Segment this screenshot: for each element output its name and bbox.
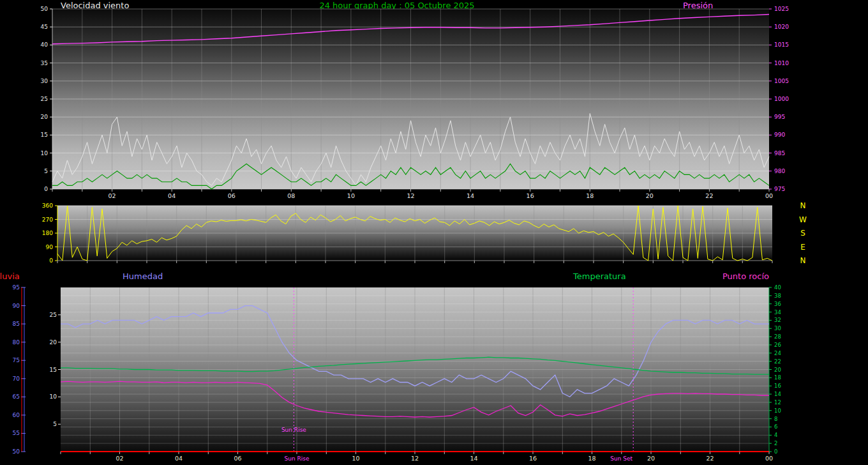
temperature-axis-label: 26 <box>774 342 781 348</box>
temperature-axis-label: 32 <box>774 317 781 323</box>
inner-axis-label: 5 <box>53 421 57 427</box>
wind-axis-label: 30 <box>41 78 49 84</box>
pressure-axis-label: 1005 <box>774 78 789 84</box>
inner-axis-label: 15 <box>50 367 57 373</box>
humidity-axis-label: 55 <box>13 430 20 436</box>
humidity-axis-label: 85 <box>13 321 20 327</box>
humidity-axis-label: 95 <box>13 284 20 291</box>
pressure-axis-label: 1015 <box>774 42 789 48</box>
x-axis-label: 04 <box>168 192 176 199</box>
pressure-axis-label: 1010 <box>774 60 789 66</box>
x-axis-label: 02 <box>116 455 123 462</box>
x-axis-label: 08 <box>287 192 295 199</box>
wind-axis-label: 25 <box>41 96 48 102</box>
direction-axis-label: 0 <box>49 257 53 264</box>
wind-axis-label: 10 <box>41 150 49 156</box>
compass-letter: W <box>799 215 807 224</box>
x-axis-label: 14 <box>467 192 474 199</box>
pressure-axis-label: 1020 <box>774 24 789 30</box>
temperature-axis-label: 0 <box>774 448 777 455</box>
compass-letter: N <box>800 256 806 265</box>
x-axis-label: 12 <box>407 192 414 199</box>
wind-axis-label: 50 <box>41 6 49 12</box>
compass-letter: E <box>800 243 805 252</box>
pressure-axis-label: 985 <box>774 150 785 156</box>
compass-letter: N <box>800 201 806 210</box>
pressure-axis-label: 975 <box>774 186 785 192</box>
x-axis-label: 16 <box>529 455 537 462</box>
pressure-axis-label: 980 <box>774 168 785 174</box>
pressure-axis-label: 1000 <box>774 96 789 102</box>
temperature-axis-label: 40 <box>774 284 781 291</box>
x-axis-label: 02 <box>108 192 116 199</box>
humidity-axis-label: 75 <box>13 357 20 363</box>
temperature-axis-label: 10 <box>774 408 781 414</box>
humidity-axis-label: 65 <box>13 393 20 400</box>
x-axis-label: 00 <box>765 455 773 462</box>
x-axis-label: 00 <box>765 192 773 199</box>
pressure-axis-label: 990 <box>774 132 785 138</box>
x-axis-label: 18 <box>586 192 594 199</box>
inner-axis-label: 20 <box>50 339 57 346</box>
wind-axis-label: 15 <box>41 132 48 138</box>
temperature-axis-label: 30 <box>774 325 781 332</box>
temperature-axis-label: 28 <box>774 333 781 340</box>
sunrise-annotation: Sun Rise <box>281 427 306 433</box>
direction-axis-label: 360 <box>42 202 53 209</box>
x-axis-label: 22 <box>705 192 713 199</box>
x-axis-label: 06 <box>234 455 241 462</box>
charts-canvas: 5045403530252015105010251020101510101005… <box>0 0 868 465</box>
temperature-axis-label: 34 <box>774 309 781 316</box>
x-axis-label: 16 <box>527 192 534 199</box>
temperature-axis-label: 4 <box>774 432 777 438</box>
compass-letter: S <box>800 229 805 238</box>
temperature-axis-label: 36 <box>774 301 781 307</box>
x-axis-label: 20 <box>646 192 654 199</box>
x-axis-label: 18 <box>588 455 595 462</box>
x-axis-label: 04 <box>175 455 183 462</box>
wind-axis-label: 0 <box>44 186 48 192</box>
wind-axis-label: 5 <box>44 168 48 174</box>
x-axis-label: 10 <box>347 192 355 199</box>
x-axis-label: 06 <box>228 192 236 199</box>
temperature-axis-label: 16 <box>774 383 781 389</box>
sunset-axis-label: Sun Set <box>610 455 632 462</box>
wind-direction-chart: 360N270W180S90E0N <box>42 201 807 265</box>
temperature-axis-label: 38 <box>774 293 781 299</box>
x-axis-label: 14 <box>470 455 477 462</box>
humidity-axis-label: 50 <box>13 448 20 455</box>
humidity-temperature-chart: 4038363432302826242220181614121086420959… <box>13 284 781 462</box>
direction-axis-label: 270 <box>42 217 53 223</box>
wind-axis-label: 20 <box>41 114 49 120</box>
humidity-axis-label: 80 <box>13 339 20 346</box>
humidity-axis-label: 90 <box>13 303 20 309</box>
temperature-axis-label: 12 <box>774 399 781 406</box>
temperature-axis-label: 18 <box>774 374 781 381</box>
x-axis-label: 22 <box>706 455 714 462</box>
weather-graph-page: Velocidad viento 24 hour graph day : 05 … <box>0 0 868 465</box>
humidity-axis-label: 60 <box>13 412 20 418</box>
temperature-axis-label: 6 <box>774 423 777 430</box>
x-axis-label: 10 <box>352 455 359 462</box>
temperature-axis-label: 22 <box>774 358 781 365</box>
sunrise-axis-label: Sun Rise <box>285 455 310 462</box>
direction-axis-label: 180 <box>42 230 53 236</box>
pressure-axis-label: 1025 <box>774 6 789 12</box>
temperature-axis-label: 2 <box>774 440 777 446</box>
wind-pressure-chart: 5045403530252015105010251020101510101005… <box>41 6 789 199</box>
wind-axis-label: 35 <box>41 60 48 66</box>
temperature-axis-label: 8 <box>774 416 777 422</box>
temperature-axis-label: 24 <box>774 350 781 356</box>
inner-axis-label: 10 <box>50 393 57 400</box>
temperature-axis-label: 20 <box>774 367 781 373</box>
wind-axis-label: 40 <box>41 42 49 48</box>
x-axis-label: 20 <box>647 455 655 462</box>
x-axis-label: 12 <box>411 455 419 462</box>
pressure-axis-label: 995 <box>774 114 785 120</box>
direction-axis-label: 90 <box>46 244 54 250</box>
inner-axis-label: 25 <box>50 312 57 318</box>
humidity-axis-label: 70 <box>13 376 20 382</box>
temperature-axis-label: 14 <box>774 391 781 397</box>
wind-axis-label: 45 <box>41 24 48 30</box>
